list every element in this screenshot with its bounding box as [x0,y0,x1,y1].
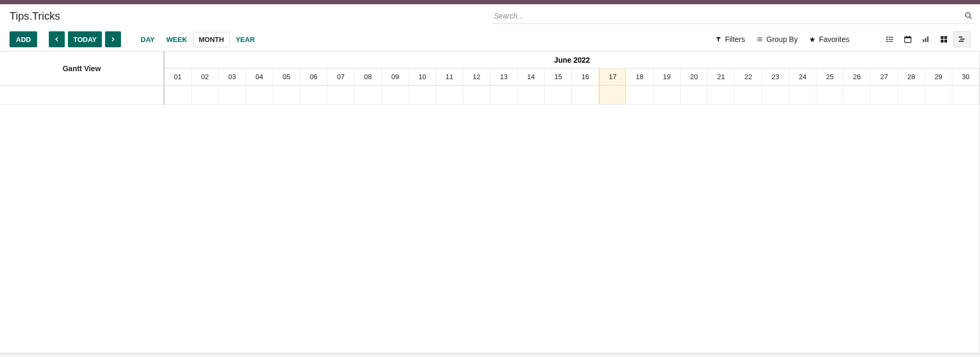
scale-week-button[interactable]: WEEK [161,32,193,47]
day-header-cell[interactable]: 26 [844,69,871,85]
day-body-cell[interactable] [925,86,952,104]
day-header-cell[interactable]: 29 [925,69,952,85]
day-body-cell[interactable] [952,86,979,104]
day-body-cell[interactable] [192,86,219,104]
svg-rect-14 [909,36,909,37]
groupby-label: Group By [766,35,797,44]
day-header-cell[interactable]: 02 [192,69,219,85]
view-gantt-button[interactable] [953,31,970,47]
arrow-left-icon [53,36,60,43]
gantt-days-body-row [164,86,979,105]
day-header-cell[interactable]: 20 [681,69,708,85]
svg-point-0 [965,13,970,18]
day-body-cell[interactable] [762,86,789,104]
day-body-cell[interactable] [790,86,817,104]
search-input[interactable] [492,11,962,21]
day-header-cell[interactable]: 28 [898,69,925,85]
search-icon[interactable] [962,10,975,22]
day-body-cell[interactable] [327,86,354,104]
svg-rect-2 [758,38,762,38]
scale-day-button[interactable]: DAY [135,32,160,47]
svg-rect-12 [905,37,911,38]
day-header-cell[interactable]: 01 [164,69,192,85]
day-header-cell[interactable]: 19 [654,69,681,85]
day-header-cell[interactable]: 23 [762,69,789,85]
day-body-cell[interactable] [246,86,273,104]
day-body-cell[interactable] [518,86,545,104]
day-header-cell[interactable]: 11 [436,69,463,85]
day-header-cell[interactable]: 15 [545,69,572,85]
gantt-period-header: June 2022 [164,52,979,69]
day-body-cell[interactable] [409,86,436,104]
day-body-cell[interactable] [463,86,490,104]
view-calendar-button[interactable] [899,31,916,47]
favorites-button[interactable]: Favorites [808,33,851,46]
day-body-cell[interactable] [654,86,681,104]
day-body-cell[interactable] [273,86,300,104]
gantt-days-header: 0102030405060708091011121314151617181920… [164,69,979,86]
day-header-cell[interactable]: 16 [572,69,599,85]
funnel-icon [715,36,722,42]
day-header-cell[interactable]: 30 [952,69,979,85]
day-header-cell[interactable]: 14 [518,69,545,85]
gantt-row[interactable] [0,86,163,105]
day-body-cell[interactable] [898,86,925,104]
day-header-cell[interactable]: 25 [817,69,844,85]
day-body-cell[interactable] [545,86,572,104]
day-body-cell[interactable] [354,86,381,104]
scale-year-button[interactable]: YEAR [230,32,261,47]
day-header-cell[interactable]: 21 [708,69,735,85]
filters-button[interactable]: Filters [714,33,746,46]
search-bar [492,8,975,24]
day-body-cell[interactable] [681,86,708,104]
svg-rect-10 [888,41,893,41]
header: Tips.Tricks ADD TODAY DAYWEEKMONTHYEAR [0,4,980,52]
day-body-cell[interactable] [382,86,409,104]
day-header-cell[interactable]: 09 [382,69,409,85]
svg-rect-16 [925,38,926,42]
day-header-cell[interactable]: 04 [246,69,273,85]
svg-rect-4 [758,41,762,41]
prev-button[interactable] [49,31,65,47]
day-body-cell[interactable] [626,86,653,104]
view-graph-button[interactable] [917,31,934,47]
day-body-cell[interactable] [817,86,844,104]
calendar-icon [904,35,912,44]
svg-rect-17 [927,37,929,42]
day-header-cell[interactable]: 24 [790,69,817,85]
scale-month-button[interactable]: MONTH [193,32,230,47]
day-header-cell[interactable]: 17 [599,69,626,85]
day-body-cell[interactable] [490,86,517,104]
day-body-cell[interactable] [871,86,898,104]
day-header-cell[interactable]: 08 [354,69,381,85]
day-header-cell[interactable]: 13 [490,69,517,85]
view-list-button[interactable] [881,31,898,47]
day-header-cell[interactable]: 12 [463,69,490,85]
next-button[interactable] [105,31,121,47]
gantt-right-pane: June 2022 010203040506070809101112131415… [164,52,979,105]
day-body-cell[interactable] [844,86,871,104]
svg-point-7 [886,39,888,40]
day-header-cell[interactable]: 05 [273,69,300,85]
app-title: Tips.Tricks [0,10,70,22]
day-body-cell[interactable] [572,86,599,104]
day-header-cell[interactable]: 03 [219,69,246,85]
day-header-cell[interactable]: 06 [300,69,327,85]
groupby-button[interactable]: Group By [756,33,799,46]
day-header-cell[interactable]: 10 [409,69,436,85]
day-body-cell[interactable] [599,86,626,104]
gantt-left-pane: Gantt View [0,52,164,105]
day-body-cell[interactable] [219,86,246,104]
day-body-cell[interactable] [436,86,463,104]
view-kanban-button[interactable] [935,31,952,47]
day-body-cell[interactable] [708,86,735,104]
day-header-cell[interactable]: 22 [735,69,762,85]
day-header-cell[interactable]: 18 [626,69,653,85]
day-body-cell[interactable] [164,86,192,104]
today-button[interactable]: TODAY [68,31,102,47]
day-body-cell[interactable] [735,86,762,104]
add-button[interactable]: ADD [10,31,37,47]
day-header-cell[interactable]: 07 [327,69,354,85]
day-body-cell[interactable] [300,86,327,104]
day-header-cell[interactable]: 27 [871,69,898,85]
